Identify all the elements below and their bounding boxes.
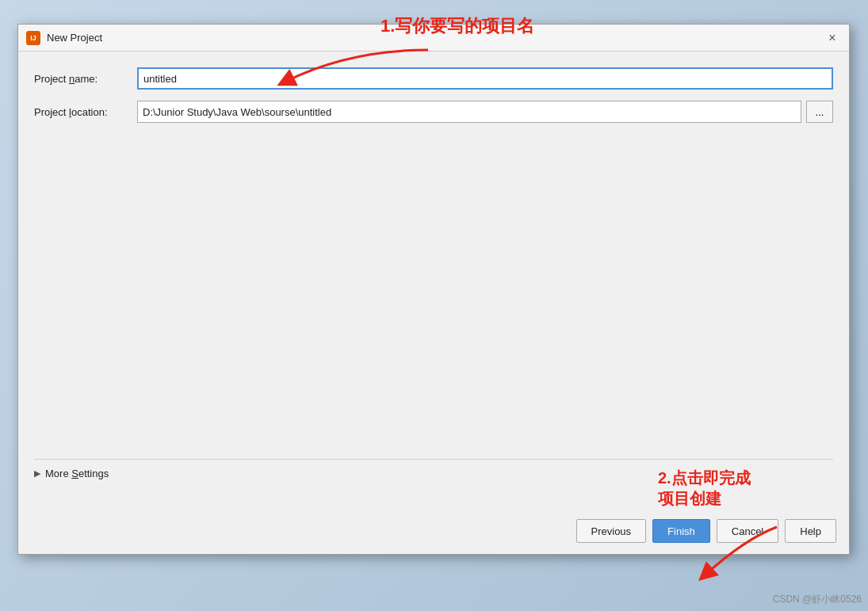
dialog-app-icon: IJ xyxy=(26,31,40,45)
finish-button[interactable]: Finish xyxy=(652,519,710,543)
browse-button[interactable]: ... xyxy=(806,101,833,123)
previous-button[interactable]: Previous xyxy=(576,519,647,543)
more-settings-label[interactable]: More Settings xyxy=(45,468,109,479)
dialog-content-area xyxy=(34,134,833,451)
csdn-watermark: CSDN @虾小眯0526 xyxy=(773,593,862,606)
more-settings-arrow-icon: ▶ xyxy=(34,468,40,479)
new-project-dialog: IJ New Project × Project name: Project l… xyxy=(17,24,850,555)
help-button[interactable]: Help xyxy=(785,519,836,543)
project-location-input[interactable] xyxy=(137,101,801,123)
more-settings-row[interactable]: ▶ More Settings xyxy=(34,459,833,487)
dialog-titlebar: IJ New Project × xyxy=(18,25,849,52)
project-name-input[interactable] xyxy=(137,67,833,90)
dialog-body: Project name: Project location: ... ▶ Mo… xyxy=(18,52,849,511)
dialog-close-button[interactable]: × xyxy=(824,29,841,47)
project-location-row: Project location: ... xyxy=(34,101,833,123)
cancel-button[interactable]: Cancel xyxy=(717,519,778,543)
project-name-row: Project name: xyxy=(34,67,833,90)
project-name-label: Project name: xyxy=(34,73,137,85)
project-location-label: Project location: xyxy=(34,106,137,118)
dialog-footer: Previous Finish Cancel Help xyxy=(18,511,849,554)
dialog-title: New Project xyxy=(47,32,824,44)
